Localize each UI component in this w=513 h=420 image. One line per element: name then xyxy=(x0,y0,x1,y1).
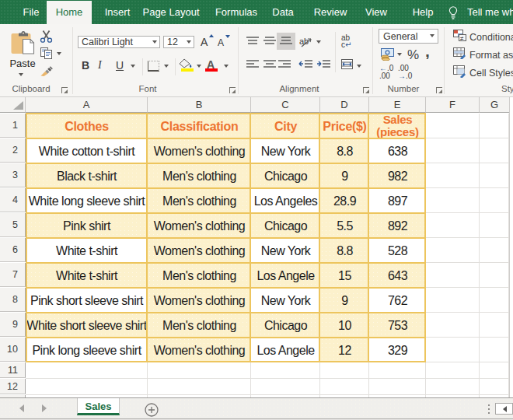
svg-text:≠: ≠ xyxy=(460,35,464,42)
